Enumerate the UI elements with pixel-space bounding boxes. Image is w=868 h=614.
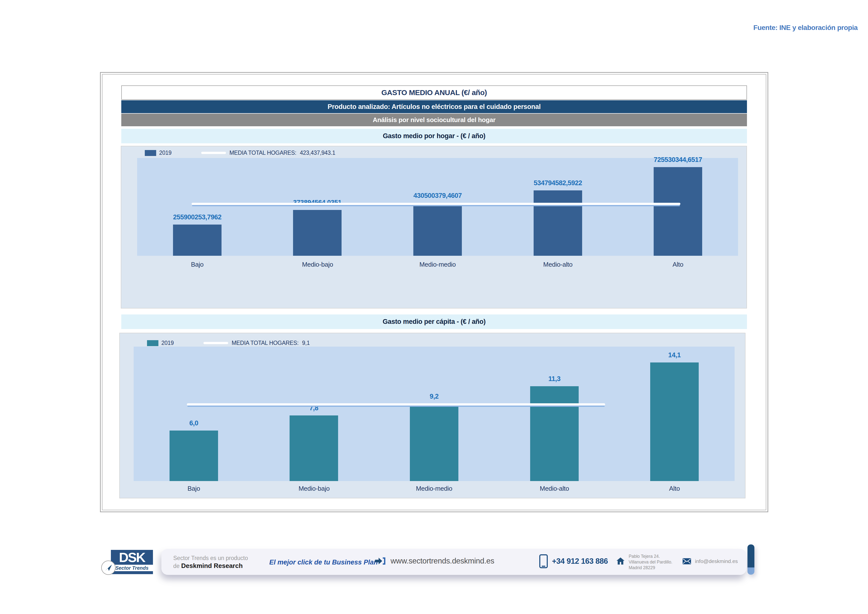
footer-product-line1: Sector Trends es un producto xyxy=(173,555,248,562)
category-label: Alto xyxy=(614,485,735,492)
chart-household-legend: 2019 MEDIA TOTAL HOGARES: 423,437,943.1 xyxy=(145,150,335,156)
dsk-logo-base-strip xyxy=(111,571,153,574)
email-link[interactable]: info@deskmind.es xyxy=(695,558,738,564)
category-label: Alto xyxy=(618,261,738,268)
address-line: Villanueva del Pardillo. xyxy=(629,559,673,565)
analysis-level-bar: Análisis por nivel sociocultural del hog… xyxy=(121,114,747,126)
bar-value-label: 9,2 xyxy=(372,393,496,400)
section-title-household-label: Gasto medio por hogar - (€ / año) xyxy=(383,132,486,140)
category-label: Medio-alto xyxy=(498,261,618,268)
envelope-icon xyxy=(683,558,691,564)
category-label: Bajo xyxy=(134,485,254,492)
bar-alto xyxy=(654,167,702,256)
category-label: Medio-bajo xyxy=(257,261,378,268)
footer-accent-pill xyxy=(747,544,754,575)
bar-medio-bajo xyxy=(293,210,341,256)
report-title-bar: GASTO MEDIO ANUAL (€/ año) xyxy=(121,85,747,100)
footer-product-text: Sector Trends es un producto de Deskmind… xyxy=(173,555,248,570)
analysis-level-label: Análisis por nivel sociocultural del hog… xyxy=(373,116,496,124)
bar-value-label: 255900253,7962 xyxy=(135,213,259,221)
category-label: Medio-alto xyxy=(494,485,615,492)
media-total-label: MEDIA TOTAL HOGARES: xyxy=(232,340,299,346)
series-2019-label: 2019 xyxy=(159,150,172,156)
category-label: Medio-medio xyxy=(377,261,498,268)
mobile-phone-icon xyxy=(539,554,548,569)
footer-website-group: www.sectortrends.deskmind.es xyxy=(374,557,494,566)
category-label: Medio-medio xyxy=(374,485,494,492)
product-analyzed-bar: Producto analizado: Artículos no eléctri… xyxy=(121,100,747,113)
source-note: Fuente: INE y elaboración propia xyxy=(753,24,858,32)
bar-value-label: 725530344,6517 xyxy=(616,156,740,164)
series-2019-label: 2019 xyxy=(161,340,174,346)
phone-number[interactable]: +34 912 163 886 xyxy=(552,557,608,566)
website-link[interactable]: www.sectortrends.deskmind.es xyxy=(391,557,494,566)
bar-value-label: 430500379,4607 xyxy=(376,192,499,200)
dsk-logo-acronym: DSK xyxy=(111,550,153,565)
bar-value-label: 11,3 xyxy=(493,375,616,383)
section-title-household: Gasto medio por hogar - (€ / año) xyxy=(121,129,747,143)
bar-bajo xyxy=(169,431,218,481)
chart-household-panel: 2019 MEDIA TOTAL HOGARES: 423,437,943.1 … xyxy=(121,146,747,309)
media-total-label: MEDIA TOTAL HOGARES: xyxy=(229,150,296,156)
series-2019-swatch xyxy=(145,150,156,156)
media-total-value: 423,437,943.1 xyxy=(300,150,335,156)
enter-arrow-icon xyxy=(374,557,386,566)
chart-per-capita-x-axis: BajoMedio-bajoMedio-medioMedio-altoAlto xyxy=(134,485,735,493)
bar-value-label: 6,0 xyxy=(132,419,256,427)
chart-per-capita-plot-area: 6,07,89,211,314,1 xyxy=(134,347,735,481)
bar-medio-medio xyxy=(410,404,458,481)
dsk-logo-brand: Sector Trends xyxy=(111,565,153,571)
postal-address: Pablo Tejera 24. Villanueva del Pardillo… xyxy=(629,554,673,571)
footer-slogan: El mejor click de tu Business Plan xyxy=(269,558,378,566)
bar-alto xyxy=(650,363,699,481)
product-analyzed-label: Producto analizado: Artículos no eléctri… xyxy=(328,103,541,111)
chart-household-plot-area: 255900253,7962373894564,0351430500379,46… xyxy=(137,158,738,256)
footer-phone-group: +34 912 163 886 xyxy=(539,554,608,569)
bar-medio-medio xyxy=(413,203,462,256)
media-line-swatch xyxy=(201,152,226,154)
media-average-line xyxy=(187,403,605,406)
bar-value-label: 14,1 xyxy=(612,351,736,359)
footer-product-name: Deskmind Research xyxy=(181,562,243,569)
bar-medio-alto xyxy=(530,386,579,481)
chart-per-capita-legend: 2019 MEDIA TOTAL HOGARES: 9,1 xyxy=(147,340,310,346)
footer-email-group: info@deskmind.es xyxy=(683,558,738,564)
paper-plane-icon xyxy=(101,561,116,575)
chart-per-capita-panel: 2019 MEDIA TOTAL HOGARES: 9,1 6,07,89,21… xyxy=(119,333,746,498)
media-line-swatch xyxy=(203,342,228,344)
footer-address-group: Pablo Tejera 24. Villanueva del Pardillo… xyxy=(616,554,673,571)
chart-household-x-axis: BajoMedio-bajoMedio-medioMedio-altoAlto xyxy=(137,261,738,269)
bar-value-label: 534794582,5922 xyxy=(496,179,620,187)
bar-bajo xyxy=(173,225,222,256)
section-title-per-capita-label: Gasto medio per cápita - (€ / año) xyxy=(383,318,486,326)
report-title: GASTO MEDIO ANUAL (€/ año) xyxy=(381,88,487,97)
house-icon xyxy=(616,557,625,565)
series-2019-swatch xyxy=(147,340,158,346)
section-title-per-capita: Gasto medio per cápita - (€ / año) xyxy=(121,315,747,329)
bar-medio-bajo xyxy=(290,416,338,481)
address-line: Pablo Tejera 24. xyxy=(629,554,673,559)
category-label: Bajo xyxy=(137,261,257,268)
bar-medio-alto xyxy=(534,191,582,256)
address-line: Madrid 28229 xyxy=(629,565,673,571)
dsk-logo: DSK Sector Trends xyxy=(111,550,153,574)
footer-product-prefix: de xyxy=(173,563,180,569)
category-label: Medio-bajo xyxy=(254,485,374,492)
media-total-value: 9,1 xyxy=(302,340,310,346)
media-average-line xyxy=(192,203,680,205)
